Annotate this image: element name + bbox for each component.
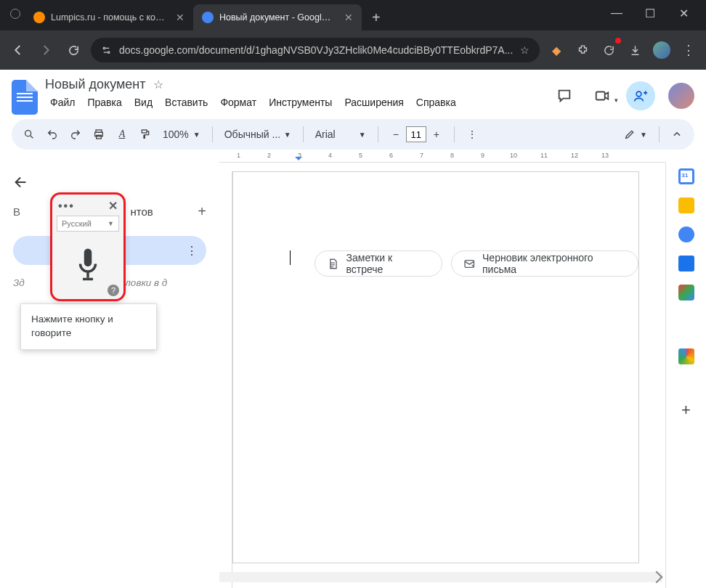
more-formatting-button[interactable]: ⋮ [462,124,482,144]
chrome-menu-button[interactable]: ⋮ [678,39,699,61]
new-tab-button[interactable]: + [362,9,391,30]
search-button[interactable] [19,124,39,144]
address-bar[interactable]: docs.google.com/document/d/1ghagNVSB0VJy… [91,38,540,62]
back-arrow-button[interactable] [13,174,206,190]
contacts-icon[interactable] [678,256,694,271]
address-row: docs.google.com/document/d/1ghagNVSB0VJy… [0,30,706,70]
svg-rect-2 [596,92,605,100]
page-area: Заметки к встрече Черновик электронного … [232,163,665,588]
formatting-toolbar: A 100%▼ Обычный ...▼ Arial▼ − + ⋮ ▼ [12,119,694,150]
maps-icon[interactable] [678,285,694,301]
vertical-ruler[interactable] [219,171,232,588]
meet-button[interactable]: ▾ [588,82,616,110]
menu-tools[interactable]: Инструменты [264,94,337,110]
add-heading-button[interactable]: + [198,203,206,220]
menu-insert[interactable]: Вставить [160,94,213,110]
styles-dropdown[interactable]: Обычный ...▼ [220,128,296,140]
tooltip-text: Нажмите кнопку и говорите [31,314,113,338]
menu-help[interactable]: Справка [411,94,461,110]
docs-logo-icon[interactable] [12,80,38,115]
menu-extensions[interactable]: Расширения [339,94,408,110]
print-button[interactable] [89,124,109,144]
voice-help-button[interactable]: ? [107,285,119,296]
document-page[interactable]: Заметки к встрече Черновик электронного … [232,171,639,563]
style-value: Обычный ... [224,128,280,140]
decrease-font-button[interactable]: − [386,124,406,144]
tab-label: Новый документ - Google Док [219,12,336,23]
email-icon [463,258,476,270]
horizontal-ruler[interactable]: 12 34 56 78 910 1112 13 [219,150,665,163]
forward-button[interactable] [35,38,57,62]
share-button[interactable] [626,81,655,110]
spellcheck-button[interactable]: A [112,124,132,144]
paint-format-button[interactable] [135,124,155,144]
chip-meeting-notes[interactable]: Заметки к встрече [315,250,442,277]
window-controls: — ☐ ✕ [600,0,700,30]
downloads-button[interactable] [625,39,646,61]
increase-font-button[interactable]: + [426,124,447,144]
microphone-icon [73,245,103,287]
comments-button[interactable] [551,82,578,110]
reload-button[interactable] [63,38,85,62]
svg-rect-8 [142,130,147,133]
font-size-input[interactable] [406,126,426,142]
horizontal-scrollbar[interactable] [219,572,662,582]
redo-button[interactable] [65,124,86,144]
svg-point-0 [103,47,105,49]
document-title[interactable]: Новый документ [45,77,146,92]
kebab-icon[interactable]: ⋮ [186,244,198,258]
zoom-value: 100% [163,128,189,140]
font-dropdown[interactable]: Arial▼ [311,128,370,140]
star-icon[interactable]: ☆ [153,78,163,91]
menu-format[interactable]: Формат [215,94,261,110]
extensions-button[interactable] [572,39,593,61]
side-panel: 31 + [665,163,706,588]
chip-label: Заметки к встрече [346,252,430,275]
menu-edit[interactable]: Правка [82,94,126,110]
chip-email-draft[interactable]: Черновик электронного письма [451,250,639,277]
bookmark-icon[interactable]: ☆ [520,44,530,56]
editing-mode-dropdown[interactable]: ▼ [620,128,652,140]
undo-button[interactable] [42,124,62,144]
favicon-docs [202,12,214,23]
document-icon [327,258,339,270]
microphone-button[interactable] [66,240,110,293]
smart-chips-row: Заметки к встрече Черновик электронного … [315,250,638,277]
menu-file[interactable]: Файл [45,94,80,110]
font-size-control: − + [386,124,447,144]
updates-button[interactable] [599,39,619,61]
close-window-button[interactable]: ✕ [667,0,700,26]
site-settings-icon [101,45,112,56]
svg-point-4 [25,131,31,136]
profile-avatar[interactable] [652,39,672,61]
voice-menu-button[interactable]: ••• [58,200,75,213]
voice-close-button[interactable]: ✕ [108,199,118,213]
back-button[interactable] [7,38,29,62]
browser-chrome: Lumpics.ru - помощь с компью ✕ Новый док… [0,0,706,70]
add-addon-button[interactable]: + [681,401,691,420]
tab-google-docs[interactable]: Новый документ - Google Док ✕ [193,4,362,30]
zoom-dropdown[interactable]: 100%▼ [158,128,205,140]
app-icon[interactable] [678,348,694,364]
user-avatar[interactable] [668,83,694,109]
voice-language-label: Русский [62,219,92,228]
maximize-button[interactable]: ☐ [633,0,667,26]
collapse-toolbar-button[interactable] [667,124,687,144]
close-icon[interactable]: ✕ [176,12,184,23]
font-value: Arial [315,128,336,140]
svg-point-1 [107,51,110,53]
favicon-lumpics [33,12,45,23]
menu-view[interactable]: Вид [129,94,158,110]
chip-label: Черновик электронного письма [482,252,626,275]
calendar-icon[interactable]: 31 [678,168,694,184]
keep-icon[interactable] [678,197,694,213]
window-indicator [10,9,20,19]
tasks-icon[interactable] [678,226,694,242]
close-icon[interactable]: ✕ [344,12,353,23]
tab-lumpics[interactable]: Lumpics.ru - помощь с компью ✕ [25,4,193,30]
header-right: ▾ [551,81,694,110]
minimize-button[interactable]: — [600,0,633,26]
extension-fox-icon[interactable]: ◆ [545,39,566,61]
voice-tooltip: Нажмите кнопку и говорите [20,303,157,350]
voice-language-dropdown[interactable]: Русский ▼ [57,216,119,232]
